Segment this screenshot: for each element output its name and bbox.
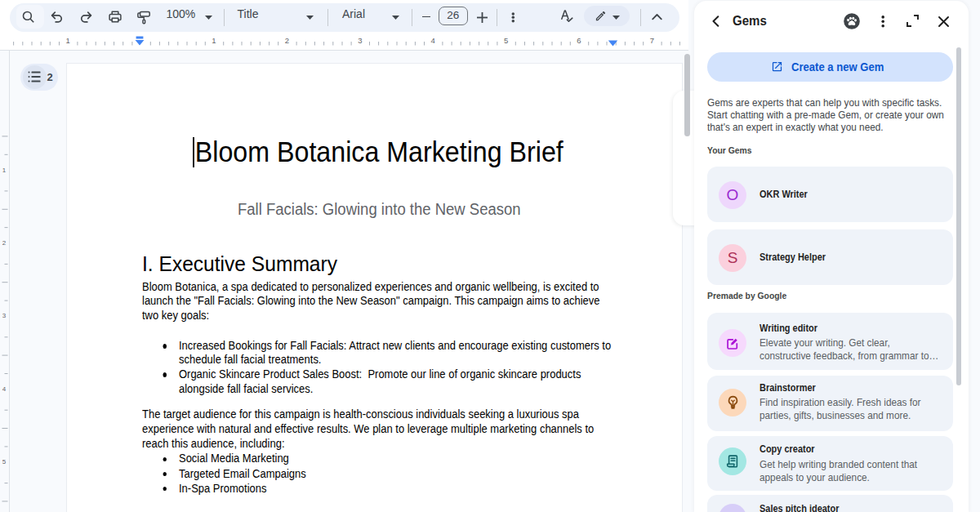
svg-text:6: 6 [577, 36, 581, 45]
svg-text:3: 3 [358, 36, 362, 45]
svg-text:4: 4 [2, 385, 7, 393]
svg-text:5: 5 [2, 458, 7, 465]
svg-text:1: 1 [212, 36, 216, 45]
svg-text:1: 1 [66, 36, 70, 45]
svg-text:3: 3 [2, 312, 7, 319]
svg-text:7: 7 [650, 36, 654, 45]
svg-text:2: 2 [285, 36, 289, 45]
svg-text:2: 2 [2, 239, 7, 247]
svg-text:1: 1 [2, 167, 7, 174]
svg-text:4: 4 [431, 36, 435, 45]
svg-text:5: 5 [504, 36, 508, 45]
